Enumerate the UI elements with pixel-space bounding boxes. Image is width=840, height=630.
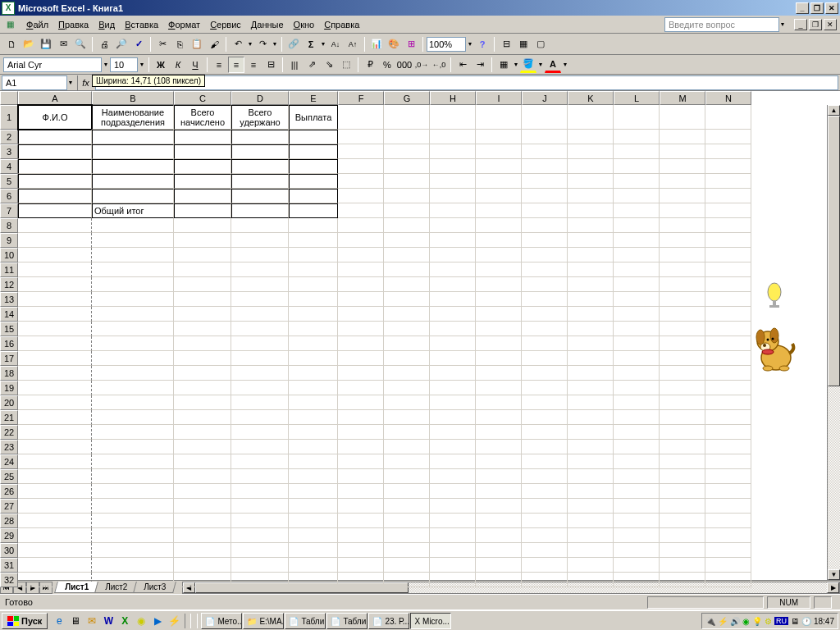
cell-H27[interactable]	[430, 499, 476, 514]
cell-C29[interactable]	[174, 528, 231, 543]
cell-D13[interactable]	[231, 292, 289, 307]
cell-E23[interactable]	[289, 440, 338, 454]
cell-L26[interactable]	[614, 484, 660, 499]
cell-H8[interactable]	[430, 218, 476, 233]
cell-A13[interactable]	[18, 292, 92, 307]
cell-A2[interactable]	[18, 130, 92, 144]
cell-G26[interactable]	[384, 484, 430, 499]
cell-I24[interactable]	[476, 454, 522, 469]
col-header-H[interactable]: H	[430, 91, 476, 105]
cell-H29[interactable]	[430, 528, 476, 543]
cell-D28[interactable]	[231, 514, 289, 528]
cell-A30[interactable]	[18, 543, 92, 558]
cell-G19[interactable]	[384, 381, 430, 395]
cell-G21[interactable]	[384, 410, 430, 425]
cell-L23[interactable]	[614, 440, 660, 454]
cell-B18[interactable]	[92, 366, 174, 381]
cell-F12[interactable]	[338, 277, 384, 292]
cell-B19[interactable]	[92, 381, 174, 395]
cell-H30[interactable]	[430, 543, 476, 558]
cell-K13[interactable]	[568, 292, 614, 307]
cell-B26[interactable]	[92, 484, 174, 499]
cell-D16[interactable]	[231, 336, 289, 351]
cell-H23[interactable]	[430, 440, 476, 454]
chart-button[interactable]: 📊	[368, 36, 385, 52]
cell-G22[interactable]	[384, 425, 430, 440]
cell-I20[interactable]	[476, 395, 522, 410]
cell-D4[interactable]	[231, 159, 289, 174]
player-icon[interactable]: ▶	[150, 614, 165, 628]
row-header-30[interactable]: 30	[0, 543, 18, 558]
cell-M27[interactable]	[660, 499, 705, 514]
cell-I19[interactable]	[476, 381, 522, 395]
col-header-G[interactable]: G	[384, 91, 430, 105]
word-icon[interactable]: W	[101, 614, 116, 628]
cell-C21[interactable]	[174, 410, 231, 425]
cell-L12[interactable]	[614, 277, 660, 292]
border-outline-button[interactable]: ▢	[532, 36, 549, 52]
row-header-3[interactable]: 3	[0, 144, 18, 159]
cell-B31[interactable]	[92, 558, 174, 573]
cell-E18[interactable]	[289, 366, 338, 381]
cell-I31[interactable]	[476, 558, 522, 573]
cell-G32[interactable]	[384, 573, 430, 587]
cell-F30[interactable]	[338, 543, 384, 558]
cell-K17[interactable]	[568, 351, 614, 366]
row-header-29[interactable]: 29	[0, 528, 18, 543]
cut-button[interactable]: ✂	[154, 36, 171, 52]
cell-A31[interactable]	[18, 558, 92, 573]
cell-G27[interactable]	[384, 499, 430, 514]
cell-E30[interactable]	[289, 543, 338, 558]
col-header-M[interactable]: M	[660, 91, 705, 105]
cell-M6[interactable]	[660, 189, 705, 203]
clock[interactable]: 18:47	[814, 617, 834, 626]
cell-G24[interactable]	[384, 454, 430, 469]
drawing-button[interactable]: 🎨	[386, 36, 402, 52]
cell-H31[interactable]	[430, 558, 476, 573]
cell-M19[interactable]	[660, 381, 705, 395]
cell-F5[interactable]	[338, 174, 384, 189]
excel-ql-icon[interactable]: X	[117, 614, 132, 628]
cell-A1[interactable]: Ф.И.О	[18, 105, 92, 130]
cell-B11[interactable]	[92, 262, 174, 277]
row-header-9[interactable]: 9	[0, 233, 18, 248]
cell-K10[interactable]	[568, 248, 614, 262]
sheet-tab-Лист1[interactable]: Лист1	[54, 582, 99, 593]
cell-E29[interactable]	[289, 528, 338, 543]
cell-H16[interactable]	[430, 336, 476, 351]
cell-A3[interactable]	[18, 144, 92, 159]
task-button[interactable]: 📁E:\МА...	[243, 613, 284, 629]
office-assistant[interactable]	[750, 280, 799, 378]
cell-M31[interactable]	[660, 558, 705, 573]
cell-M7[interactable]	[660, 203, 705, 218]
cell-E27[interactable]	[289, 499, 338, 514]
cell-K18[interactable]	[568, 366, 614, 381]
cell-B13[interactable]	[92, 292, 174, 307]
cell-M24[interactable]	[660, 454, 705, 469]
open-button[interactable]: 📂	[21, 36, 37, 52]
cell-N5[interactable]	[705, 174, 751, 189]
cell-J31[interactable]	[522, 558, 568, 573]
cell-D12[interactable]	[231, 277, 289, 292]
cell-A6[interactable]	[18, 189, 92, 203]
fx-button[interactable]: fx	[77, 75, 94, 90]
cell-M17[interactable]	[660, 351, 705, 366]
cell-J3[interactable]	[522, 144, 568, 159]
row-header-14[interactable]: 14	[0, 307, 18, 322]
cell-J29[interactable]	[522, 528, 568, 543]
cell-E16[interactable]	[289, 336, 338, 351]
cell-K22[interactable]	[568, 425, 614, 440]
cell-I17[interactable]	[476, 351, 522, 366]
row-header-4[interactable]: 4	[0, 159, 18, 174]
menu-формат[interactable]: Формат	[163, 18, 205, 31]
cell-F22[interactable]	[338, 425, 384, 440]
scroll-up-button[interactable]: ▲	[828, 105, 840, 116]
cell-B24[interactable]	[92, 454, 174, 469]
cell-I1[interactable]	[476, 105, 522, 130]
cell-D27[interactable]	[231, 499, 289, 514]
cell-F7[interactable]	[338, 203, 384, 218]
cell-M12[interactable]	[660, 277, 705, 292]
cell-C20[interactable]	[174, 395, 231, 410]
row-header-25[interactable]: 25	[0, 469, 18, 484]
cell-K14[interactable]	[568, 307, 614, 322]
